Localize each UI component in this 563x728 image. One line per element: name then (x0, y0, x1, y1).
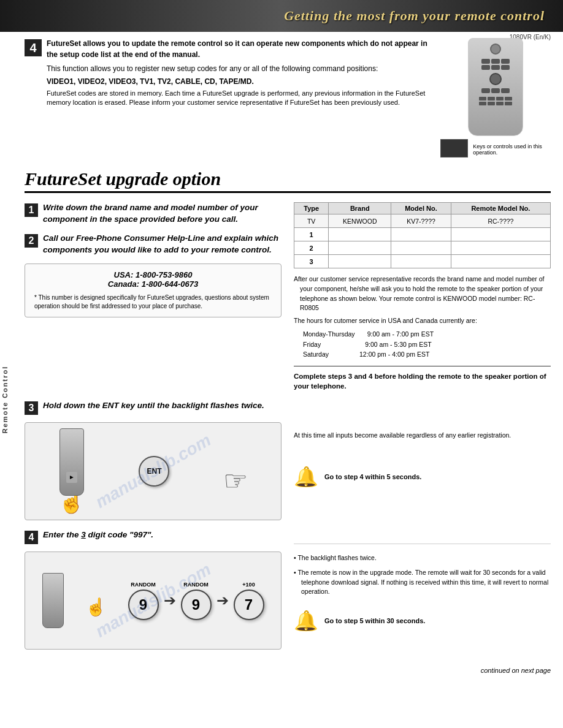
row2-remote (451, 241, 550, 255)
remote-top-circle (490, 44, 501, 55)
step3-bullet: At this time all inputs become available… (294, 431, 551, 441)
step3-goto: 🔔 Go to step 4 within 5 seconds. (294, 465, 551, 488)
table-row: 2 (294, 241, 551, 255)
step3-ent-area: ENT (139, 456, 169, 487)
intro-step-number: 4 (25, 39, 42, 56)
remote-small-btn (496, 97, 504, 100)
col-remote-model: Remote Model No. (451, 203, 550, 214)
step3-section: 3 Hold down the ENT key until the backli… (25, 400, 282, 654)
row2-num: 2 (294, 241, 329, 255)
digit3-label: +100 (242, 582, 255, 588)
remote-buttons-top (481, 59, 510, 70)
info-bullets: After our customer service representativ… (294, 275, 551, 360)
step2-number: 2 (25, 234, 38, 248)
usa-phone: USA: 1-800-753-9860 (34, 270, 272, 279)
step3-goto-text: Go to step 4 within 5 seconds. (324, 473, 421, 480)
remote-btn (481, 59, 490, 64)
step1-number: 1 (25, 203, 38, 217)
intro-p3: FutureSet codes are stored in memory. Ea… (47, 89, 428, 108)
intro-commands: VIDEO1, VIDEO2, VIDEO3, TV1, TV2, CABLE,… (47, 77, 254, 86)
phone-numbers: USA: 1-800-753-9860 Canada: 1-800-644-06… (34, 270, 272, 289)
arrow1: ➔ (164, 592, 176, 609)
step4-number: 4 (25, 531, 38, 544)
info-bullet1: After our customer service representativ… (294, 275, 551, 313)
intro-text: 4 FutureSet allows you to update the rem… (25, 38, 428, 159)
digit1-wrapper: RANDOM 9 (128, 582, 159, 620)
day2: Friday (303, 339, 321, 350)
step3-block: 3 Hold down the ENT key until the backli… (25, 400, 282, 415)
remote-btn (501, 88, 510, 93)
example-brand: KENWOOD (329, 214, 391, 228)
time2: 9:00 am - 5:30 pm EST (365, 339, 432, 350)
digit2-circle: 9 (181, 590, 212, 620)
intro-p1: FutureSet allows you to update the remot… (47, 39, 427, 59)
step4-goto: 🔔 Go to step 5 within 30 seconds. (294, 609, 551, 632)
remote-small-btn (479, 102, 486, 105)
digit1-circle: 9 (128, 590, 159, 620)
right-info-section: At this time all inputs become available… (294, 400, 551, 654)
example-remote: RC-???? (451, 214, 550, 228)
step4-bullet2: • The remote is now in the upgrade mode.… (294, 568, 551, 597)
remote-btn (491, 88, 500, 93)
speaker-icon-step3: 🔔 (294, 465, 318, 488)
pointer-icon: ☞ (223, 464, 248, 497)
step4-demo-image: manualslib.com ☝ RANDOM 9 ➔ RANDOM (25, 552, 282, 650)
complete-steps-note: Complete steps 3 and 4 before holding th… (294, 366, 551, 391)
table-row: 3 (294, 255, 551, 268)
component-table: Type Brand Model No. Remote Model No. TV… (294, 202, 551, 268)
example-type: TV (294, 214, 329, 228)
hours-table: Monday-Thursday 9:00 am - 7:00 pm EST Fr… (303, 329, 551, 360)
remote-small-btn (488, 97, 495, 100)
hours-header: The hours for cutomer service in USA and… (294, 316, 551, 326)
step3-ent-key: ▶ (66, 472, 77, 483)
step3-remote-body: ▶ (59, 428, 84, 496)
time1: 9:00 am - 7:00 pm EST (367, 329, 434, 339)
main-content: Remote Control 4 FutureSet allows you to… (0, 32, 563, 686)
two-column-section: 1 Write down the brand name and model nu… (25, 202, 551, 391)
keys-caption: Keys or controls used in this operation. (473, 143, 551, 156)
step1-text: Write down the brand name and model numb… (43, 202, 282, 226)
bottom-section: 3 Hold down the ENT key until the backli… (25, 400, 551, 654)
row1-brand (329, 228, 391, 241)
canada-phone: Canada: 1-800-644-0673 (34, 279, 272, 289)
row3-remote (451, 255, 550, 268)
step4-text: Enter the 3 digit code "997". (43, 529, 153, 541)
step4-goto-text: Go to step 5 within 30 seconds. (324, 617, 425, 624)
step3-demo-image: manualslib.com ▶ ☝ ENT ☞ (25, 422, 282, 520)
intro-p2: This function allows you to register new… (47, 63, 428, 74)
time3: 12:00 pm - 4:00 pm EST (359, 349, 429, 360)
digit2-wrapper: RANDOM 9 (181, 582, 212, 620)
left-column: 1 Write down the brand name and model nu… (25, 202, 282, 391)
step4-block: 4 Enter the 3 digit code "997". (25, 529, 282, 544)
right-column: Type Brand Model No. Remote Model No. TV… (294, 202, 551, 391)
day1: Monday-Thursday (303, 329, 355, 339)
row3-num: 3 (294, 255, 329, 268)
digit2-label: RANDOM (183, 582, 209, 588)
remote-small-btn (488, 102, 495, 105)
step1-block: 1 Write down the brand name and model nu… (25, 202, 282, 226)
step4-hand: ☝ (85, 597, 107, 617)
digit3-wrapper: +100 7 (234, 582, 264, 620)
step4-digit-word: 3 (81, 530, 86, 539)
divider (294, 544, 551, 544)
remote-btn (481, 65, 490, 70)
digit1-label: RANDOM (131, 582, 156, 588)
step4-right-content: • The backlight flashes twice. • The rem… (294, 550, 551, 632)
example-model: KV7-???? (391, 214, 451, 228)
remote-small-btn (479, 97, 486, 100)
remote-btn (491, 59, 500, 64)
remote-btn (501, 59, 510, 64)
remote-small-btn (505, 97, 512, 100)
col-type: Type (294, 203, 329, 214)
step3-number: 3 (25, 401, 38, 415)
remote-small-btn (496, 102, 504, 105)
digit-sequence: RANDOM 9 ➔ RANDOM 9 ➔ +100 7 (128, 582, 264, 620)
remote-buttons-bottom (479, 97, 512, 105)
row2-brand (329, 241, 391, 255)
row1-remote (451, 228, 550, 241)
digit3-circle: 7 (234, 590, 264, 620)
futureset-heading: FutureSet upgrade option (25, 169, 551, 193)
remote-btn (491, 65, 500, 70)
header-title: Getting the most from your remote contro… (284, 8, 545, 24)
table-example-row: TV KENWOOD KV7-???? RC-???? (294, 214, 551, 228)
